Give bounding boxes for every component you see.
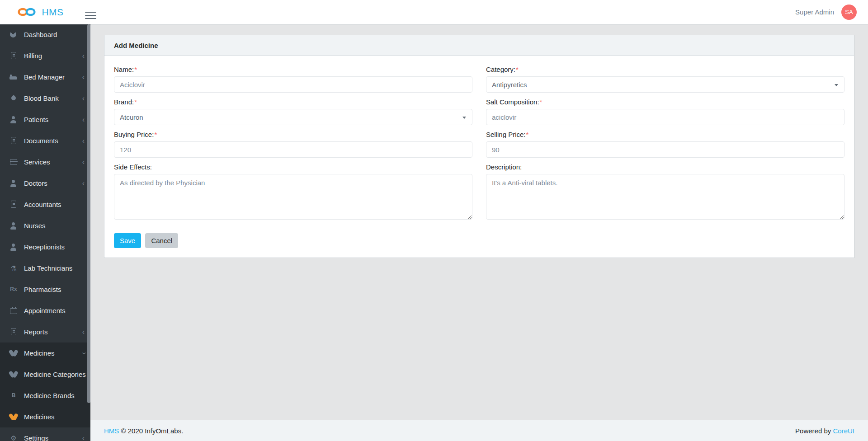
sidebar-item-receptionists[interactable]: Receptionists xyxy=(0,236,90,258)
sidebar-item-accountants[interactable]: Accountants xyxy=(0,194,90,215)
calendar-check-icon xyxy=(9,307,18,314)
side-effects-label: Side Effects: xyxy=(114,163,472,171)
sidebar-group-medicines[interactable]: Medicines ‹ xyxy=(0,342,90,364)
required-asterisk: * xyxy=(540,98,542,106)
sidebar: Dashboard Billing ‹ Bed Manager ‹ Blood … xyxy=(0,24,90,441)
required-asterisk: * xyxy=(516,66,519,73)
pills-icon xyxy=(9,413,18,421)
avatar[interactable]: SA xyxy=(841,5,857,20)
sidebar-toggle-button[interactable] xyxy=(85,8,97,17)
category-selected-value: Antipyretics xyxy=(492,81,527,89)
chevron-icon: ‹ xyxy=(82,159,85,166)
chevron-icon: ‹ xyxy=(82,180,85,187)
sidebar-item-bed-manager[interactable]: Bed Manager ‹ xyxy=(0,66,90,88)
field-category: Category:* Antipyretics xyxy=(486,66,844,93)
pills-icon xyxy=(9,371,18,378)
sidebar-item-billing[interactable]: Billing ‹ xyxy=(0,45,90,66)
accountant-ledger-icon xyxy=(9,201,18,208)
sidebar-item-label: Accountants xyxy=(24,201,86,208)
sidebar-item-nurses[interactable]: Nurses xyxy=(0,215,90,236)
sidebar-item-reports[interactable]: Reports ‹ xyxy=(0,321,90,342)
sidebar-item-blood-bank[interactable]: Blood Bank ‹ xyxy=(0,88,90,109)
sidebar-item-doctors[interactable]: Doctors ‹ xyxy=(0,173,90,194)
chevron-icon: ‹ xyxy=(82,137,85,145)
save-button[interactable]: Save xyxy=(114,233,141,248)
category-select[interactable]: Antipyretics xyxy=(486,76,844,93)
sidebar-item-label: Billing xyxy=(24,52,82,60)
description-textarea[interactable]: It's a Anti-viral tablets. xyxy=(486,174,844,220)
chevron-icon: ‹ xyxy=(82,52,85,60)
chevron-icon: ‹ xyxy=(82,74,85,81)
sidebar-item-pharmacists[interactable]: Rx Pharmacists xyxy=(0,279,90,300)
sidebar-item-label: Nurses xyxy=(24,222,86,230)
selling-price-input[interactable] xyxy=(486,141,844,158)
report-file-icon xyxy=(9,328,18,336)
sidebar-scrollbar[interactable] xyxy=(87,24,90,403)
field-side-effects: Side Effects: As directed by the Physici… xyxy=(114,163,472,221)
invoice-icon xyxy=(9,52,18,60)
sidebar-item-documents[interactable]: Documents ‹ xyxy=(0,130,90,151)
nurse-icon xyxy=(9,222,18,230)
patient-icon xyxy=(9,116,18,123)
sidebar-item-patients[interactable]: Patients ‹ xyxy=(0,109,90,130)
brand-b-icon: B xyxy=(9,392,18,399)
caret-down-icon xyxy=(462,117,466,119)
add-medicine-form: Name:* Category:* Antipyretics Brand:* A… xyxy=(114,66,844,248)
field-buying-price: Buying Price:* xyxy=(114,131,472,158)
sidebar-item-label: Pharmacists xyxy=(24,286,86,293)
salt-composition-input[interactable] xyxy=(486,109,844,125)
cancel-button[interactable]: Cancel xyxy=(145,233,178,248)
required-asterisk: * xyxy=(134,66,137,73)
sidebar-item-medicine-brands[interactable]: B Medicine Brands xyxy=(0,385,90,406)
sidebar-item-label: Appointments xyxy=(24,307,86,314)
receptionist-icon xyxy=(9,243,18,251)
rx-prescription-icon: Rx xyxy=(9,286,18,293)
sidebar-item-lab-technicians[interactable]: ⚗ Lab Technicians xyxy=(0,258,90,279)
field-brand: Brand:* Atcuron xyxy=(114,98,472,125)
selling-price-label: Selling Price:* xyxy=(486,131,844,138)
footer-coreui-link[interactable]: CoreUI xyxy=(833,427,854,435)
powered-by-text: Powered by xyxy=(795,427,831,435)
required-asterisk: * xyxy=(134,98,137,106)
chevron-icon: ‹ xyxy=(82,95,85,102)
sidebar-item-label: Medicine Brands xyxy=(24,392,86,399)
name-input[interactable] xyxy=(114,76,472,93)
brand-text: HMS xyxy=(42,7,63,18)
footer-left: HMS © 2020 InfyOmLabs. xyxy=(104,427,183,435)
services-box-icon xyxy=(9,158,18,166)
sidebar-item-label: Settings xyxy=(24,434,82,441)
sidebar-item-medicines[interactable]: Medicines xyxy=(0,406,90,427)
category-label: Category:* xyxy=(486,66,844,73)
infinity-logo-icon xyxy=(15,6,38,18)
brand-selected-value: Atcuron xyxy=(120,113,143,121)
sidebar-item-label: Medicine Categories xyxy=(24,371,86,378)
sidebar-item-label: Bed Manager xyxy=(24,73,82,81)
sidebar-item-label: Dashboard xyxy=(24,31,86,38)
caret-down-icon xyxy=(835,84,838,86)
sidebar-item-dashboard[interactable]: Dashboard xyxy=(0,24,90,45)
sidebar-item-label: Patients xyxy=(24,116,82,123)
footer-hms-link[interactable]: HMS xyxy=(104,427,119,435)
required-asterisk: * xyxy=(154,131,157,138)
brand-label: Brand:* xyxy=(114,98,472,106)
sidebar-item-settings[interactable]: ⚙ Settings ‹ xyxy=(0,427,90,441)
sidebar-item-label: Reports xyxy=(24,328,82,336)
footer-right: Powered by CoreUI xyxy=(795,427,854,435)
sidebar-item-appointments[interactable]: Appointments xyxy=(0,300,90,321)
brand-select[interactable]: Atcuron xyxy=(114,109,472,125)
sidebar-item-label: Receptionists xyxy=(24,243,86,251)
sidebar-item-label: Medicines xyxy=(24,413,86,421)
sidebar-item-label: Lab Technicians xyxy=(24,264,86,272)
side-effects-textarea[interactable]: As directed by the Physician xyxy=(114,174,472,220)
sidebar-item-services[interactable]: Services ‹ xyxy=(0,151,90,173)
app-footer: HMS © 2020 InfyOmLabs. Powered by CoreUI xyxy=(90,420,868,441)
description-label: Description: xyxy=(486,163,844,171)
sidebar-item-label: Services xyxy=(24,158,82,166)
brand-logo[interactable]: HMS xyxy=(5,6,73,18)
name-label: Name:* xyxy=(114,66,472,73)
required-asterisk: * xyxy=(526,131,529,138)
sidebar-item-medicine-categories[interactable]: Medicine Categories xyxy=(0,364,90,385)
add-medicine-card: Add Medicine Name:* Category:* Antipyret… xyxy=(104,35,854,258)
buying-price-input[interactable] xyxy=(114,141,472,158)
card-body: Name:* Category:* Antipyretics Brand:* A… xyxy=(104,56,854,258)
